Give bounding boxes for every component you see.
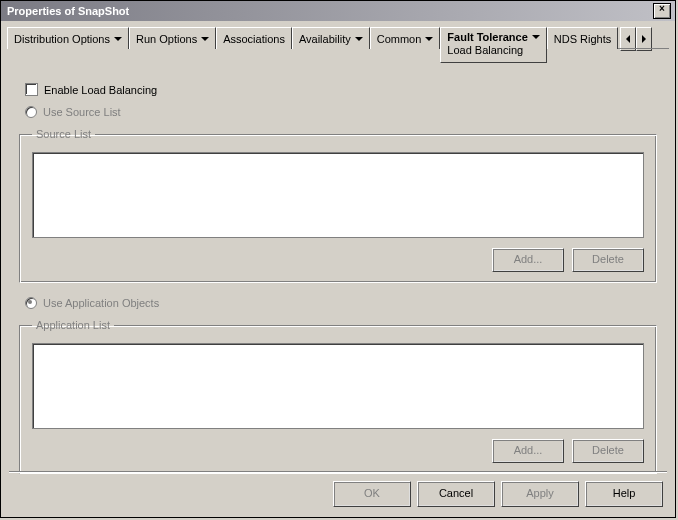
window-title: Properties of SnapShot	[7, 5, 129, 17]
tab-fault-tolerance[interactable]: Fault Tolerance Load Balancing	[440, 27, 546, 63]
tab-associations[interactable]: Associations	[216, 27, 292, 49]
tab-distribution-options[interactable]: Distribution Options	[7, 27, 129, 49]
tab-bar: Distribution Options Run Options Associa…	[1, 21, 675, 55]
tab-common[interactable]: Common	[370, 27, 441, 49]
use-app-objects-label: Use Application Objects	[43, 297, 159, 309]
application-list-group: Application List Add... Delete	[19, 319, 657, 474]
tab-label: NDS Rights	[554, 33, 611, 45]
help-button[interactable]: Help	[585, 481, 663, 507]
chevron-down-icon	[532, 35, 540, 39]
chevron-right-icon	[642, 35, 646, 43]
tab-label: Distribution Options	[14, 33, 110, 45]
enable-load-balancing-row: Enable Load Balancing	[25, 83, 657, 96]
chevron-left-icon	[626, 35, 630, 43]
tab-label: Availability	[299, 33, 351, 45]
tab-nds-rights[interactable]: NDS Rights	[547, 27, 618, 49]
use-source-list-label: Use Source List	[43, 106, 121, 118]
source-list-delete-button[interactable]: Delete	[572, 248, 644, 272]
close-button[interactable]: ×	[653, 3, 671, 19]
tab-availability[interactable]: Availability	[292, 27, 370, 49]
source-list-legend: Source List	[32, 128, 95, 140]
use-source-list-radio[interactable]	[25, 106, 37, 118]
titlebar-buttons: ×	[653, 3, 671, 19]
source-list-buttons: Add... Delete	[32, 248, 644, 272]
enable-load-balancing-checkbox[interactable]	[25, 83, 38, 96]
tab-sub-label: Load Balancing	[447, 44, 523, 56]
dialog-buttons: OK Cancel Apply Help	[333, 481, 663, 507]
chevron-down-icon	[425, 37, 433, 41]
use-app-objects-row: Use Application Objects	[25, 297, 657, 309]
cancel-button[interactable]: Cancel	[417, 481, 495, 507]
tab-run-options[interactable]: Run Options	[129, 27, 216, 49]
source-list-group: Source List Add... Delete	[19, 128, 657, 283]
dialog-separator	[9, 471, 667, 473]
use-source-list-row: Use Source List	[25, 106, 657, 118]
window: Properties of SnapShot × Distribution Op…	[0, 0, 676, 518]
tab-label: Run Options	[136, 33, 197, 45]
enable-load-balancing-label: Enable Load Balancing	[44, 84, 157, 96]
tab-label: Associations	[223, 33, 285, 45]
application-list-listbox[interactable]	[32, 343, 644, 429]
source-list-add-button[interactable]: Add...	[492, 248, 564, 272]
chevron-down-icon	[355, 37, 363, 41]
apply-button[interactable]: Apply	[501, 481, 579, 507]
use-app-objects-radio[interactable]	[25, 297, 37, 309]
ok-button[interactable]: OK	[333, 481, 411, 507]
source-list-listbox[interactable]	[32, 152, 644, 238]
tab-label: Common	[377, 33, 422, 45]
tab-label: Fault Tolerance	[447, 31, 527, 43]
app-list-delete-button[interactable]: Delete	[572, 439, 644, 463]
app-list-add-button[interactable]: Add...	[492, 439, 564, 463]
titlebar: Properties of SnapShot ×	[1, 1, 675, 21]
application-list-legend: Application List	[32, 319, 114, 331]
tab-panel-load-balancing: Enable Load Balancing Use Source List So…	[1, 55, 675, 496]
application-list-buttons: Add... Delete	[32, 439, 644, 463]
chevron-down-icon	[114, 37, 122, 41]
chevron-down-icon	[201, 37, 209, 41]
